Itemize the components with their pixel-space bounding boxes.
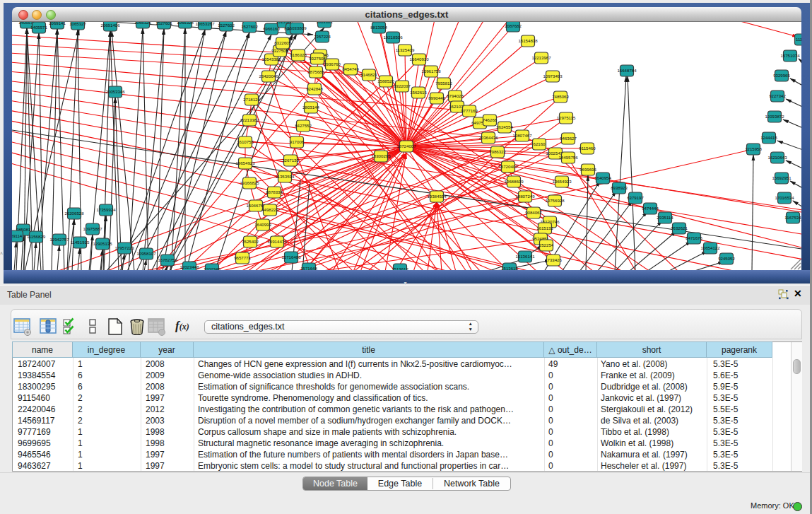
- svg-text:16210643: 16210643: [767, 155, 787, 160]
- svg-text:15136141: 15136141: [515, 254, 535, 259]
- svg-text:8471676: 8471676: [686, 235, 702, 240]
- svg-text:7357224: 7357224: [314, 34, 331, 39]
- svg-text:9699695: 9699695: [579, 167, 596, 172]
- svg-text:12942757: 12942757: [49, 237, 69, 242]
- svg-text:3267130: 3267130: [282, 158, 299, 163]
- svg-text:1640993: 1640993: [254, 222, 271, 227]
- svg-text:15716485: 15716485: [281, 255, 301, 259]
- svg-text:10961758: 10961758: [421, 69, 441, 74]
- svg-text:1588520: 1588520: [377, 78, 394, 83]
- svg-text:2718126: 2718126: [243, 97, 260, 102]
- svg-text:8427552: 8427552: [295, 123, 312, 128]
- svg-text:2069141: 2069141: [49, 22, 66, 25]
- svg-text:6379197: 6379197: [627, 195, 644, 200]
- svg-text:39114: 39114: [12, 233, 23, 238]
- svg-text:12975115: 12975115: [557, 115, 576, 120]
- svg-text:9227342: 9227342: [769, 93, 786, 98]
- svg-text:17016534: 17016534: [775, 195, 794, 200]
- svg-text:1513612: 1513612: [392, 267, 408, 270]
- svg-text:1065327: 1065327: [69, 22, 86, 26]
- svg-text:10975887: 10975887: [83, 226, 102, 231]
- svg-text:2087682: 2087682: [505, 23, 522, 28]
- svg-text:9463627: 9463627: [560, 136, 577, 141]
- svg-text:8454749: 8454749: [342, 66, 359, 71]
- svg-text:8813054: 8813054: [370, 25, 387, 30]
- svg-text:2936760: 2936760: [324, 62, 341, 66]
- svg-text:9115460: 9115460: [579, 146, 596, 151]
- svg-text:4498222: 4498222: [261, 207, 278, 212]
- svg-text:1527602: 1527602: [241, 24, 258, 29]
- svg-text:9474444: 9474444: [642, 206, 659, 211]
- svg-text:26206528: 26206528: [64, 211, 84, 216]
- svg-text:1167534: 1167534: [784, 215, 801, 220]
- svg-text:11156829: 11156829: [27, 234, 46, 239]
- svg-text:8322605: 8322605: [274, 40, 291, 45]
- svg-text:16648784: 16648784: [617, 68, 637, 73]
- svg-text:8990448: 8990448: [428, 95, 445, 100]
- svg-text:9245052: 9245052: [718, 256, 735, 261]
- svg-text:19384554: 19384554: [427, 194, 447, 199]
- svg-text:917006: 917006: [290, 139, 305, 144]
- svg-text:15692951: 15692951: [772, 175, 792, 180]
- svg-text:3875685: 3875685: [307, 69, 324, 74]
- svg-text:10654122: 10654122: [700, 245, 720, 250]
- svg-text:1562615: 1562615: [410, 90, 427, 95]
- svg-text:9146821: 9146821: [360, 72, 377, 77]
- svg-text:10807467: 10807467: [512, 133, 532, 138]
- svg-text:1640954: 1640954: [594, 175, 611, 180]
- svg-text:9242848: 9242848: [306, 86, 323, 91]
- svg-text:14495756: 14495756: [558, 155, 578, 160]
- svg-text:1202345: 1202345: [204, 267, 220, 270]
- svg-text:746266: 746266: [483, 117, 498, 122]
- svg-text:1571648: 1571648: [300, 266, 317, 270]
- svg-text:6794028: 6794028: [447, 93, 464, 98]
- svg-text:1615132: 1615132: [536, 226, 553, 230]
- svg-text:16640910: 16640910: [409, 57, 429, 62]
- svg-text:252254: 252254: [539, 243, 554, 247]
- svg-text:16914479: 16914479: [267, 239, 287, 244]
- svg-text:1610755: 1610755: [237, 139, 254, 144]
- svg-text:17359924: 17359924: [96, 207, 116, 212]
- svg-text:7632621: 7632621: [671, 226, 688, 230]
- svg-text:7986322: 7986322: [489, 149, 506, 154]
- svg-text:19218506: 19218506: [383, 35, 403, 40]
- svg-text:20364436: 20364436: [478, 135, 498, 140]
- svg-text:1513615: 1513615: [501, 266, 518, 270]
- svg-text:3215958: 3215958: [745, 146, 762, 151]
- svg-text:10973493: 10973493: [543, 74, 563, 78]
- svg-text:2935114: 2935114: [657, 215, 673, 220]
- svg-text:8878334: 8878334: [266, 189, 283, 194]
- svg-text:9327508: 9327508: [309, 56, 326, 61]
- svg-text:18807249: 18807249: [515, 194, 535, 199]
- svg-text:1733426: 1733426: [545, 257, 562, 262]
- svg-text:10653267: 10653267: [195, 22, 215, 26]
- svg-text:15751074: 15751074: [780, 53, 800, 58]
- svg-text:10543382: 10543382: [261, 57, 281, 62]
- svg-text:1065326: 1065326: [134, 22, 151, 25]
- svg-text:9777169: 9777169: [461, 108, 478, 113]
- svg-text:8938923: 8938923: [611, 185, 628, 190]
- svg-text:11325419: 11325419: [396, 47, 415, 52]
- svg-text:9657771: 9657771: [234, 255, 251, 260]
- svg-text:9329965: 9329965: [773, 73, 790, 78]
- svg-text:10688609: 10688609: [504, 179, 524, 184]
- svg-text:12213382: 12213382: [240, 117, 259, 122]
- svg-text:2803144: 2803144: [302, 105, 319, 110]
- svg-text:62160: 62160: [534, 141, 546, 146]
- svg-text:10958107: 10958107: [136, 251, 156, 256]
- svg-text:3624554: 3624554: [496, 124, 513, 129]
- svg-text:1603381: 1603381: [316, 22, 333, 24]
- svg-text:11353594: 11353594: [276, 174, 295, 179]
- svg-text:19166825: 19166825: [240, 180, 259, 185]
- svg-text:18724007: 18724007: [396, 144, 416, 148]
- svg-text:16154838: 16154838: [518, 38, 538, 43]
- svg-text:12905135: 12905135: [93, 241, 112, 246]
- svg-text:1527602: 1527602: [218, 23, 235, 28]
- svg-text:11451915: 11451915: [71, 240, 90, 245]
- svg-text:7625402: 7625402: [242, 239, 259, 244]
- svg-text:1244415: 1244415: [760, 135, 777, 140]
- svg-text:1065328: 1065328: [177, 22, 194, 25]
- svg-text:12093872: 12093872: [765, 114, 784, 119]
- svg-text:12213967: 12213967: [531, 55, 551, 60]
- svg-text:8322037: 8322037: [394, 83, 411, 88]
